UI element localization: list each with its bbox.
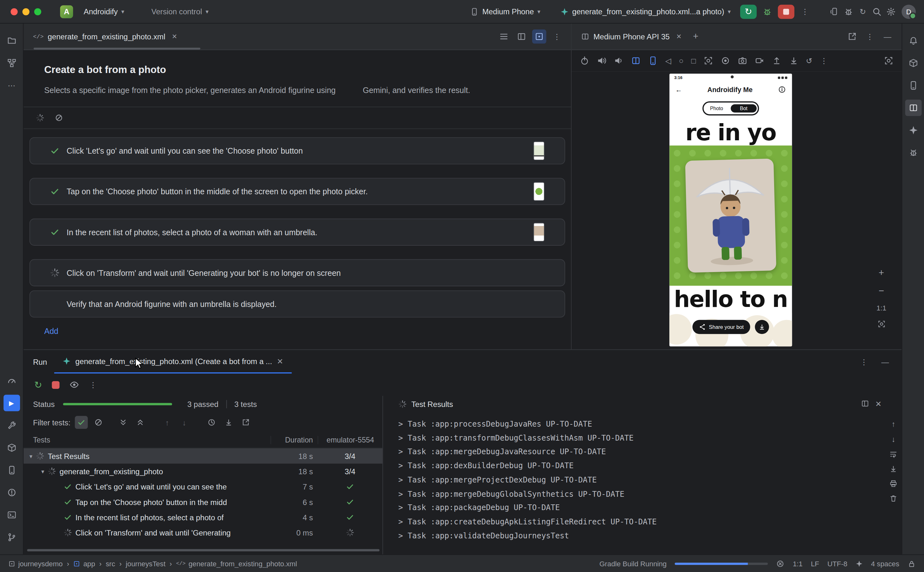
gradle-icon[interactable] <box>905 55 921 72</box>
code-view-icon[interactable] <box>497 30 511 44</box>
close-console-icon[interactable]: ✕ <box>875 399 882 408</box>
open-in-window-icon[interactable] <box>845 30 859 44</box>
zoom-in-button[interactable]: + <box>879 267 884 278</box>
step-thumbnail[interactable] <box>534 182 544 201</box>
file-encoding[interactable]: UTF-8 <box>828 559 848 567</box>
rerun-tests-button[interactable]: ↻ <box>34 379 42 390</box>
running-devices-icon[interactable] <box>905 99 921 116</box>
cancel-run-icon[interactable] <box>55 113 63 122</box>
share-bot-button[interactable]: Share your bot <box>692 320 750 334</box>
project-selector[interactable]: Androidify ▾ <box>78 3 130 20</box>
device-streaming-icon[interactable] <box>828 5 842 19</box>
snapshot-restore-icon[interactable]: ↺ <box>806 56 812 65</box>
pull-file-icon[interactable] <box>789 56 799 65</box>
settings-button[interactable] <box>884 5 898 19</box>
volume-down-icon[interactable] <box>614 56 624 65</box>
fullscreen-icon[interactable] <box>884 56 893 65</box>
run-tab[interactable]: generate_from_existing_photo.xml (Create… <box>54 350 291 373</box>
table-row[interactable]: ▾ generate_from_existing_photo 18 s 3/4 <box>23 464 382 479</box>
cancel-build-icon[interactable] <box>776 559 785 567</box>
breadcrumb-journeystest[interactable]: journeysTest <box>126 559 165 567</box>
hide-panel-icon[interactable]: — <box>880 30 895 44</box>
project-tool-icon[interactable] <box>3 33 20 49</box>
run-toolbar-more-icon[interactable]: ⋮ <box>89 380 97 389</box>
caret-position[interactable]: 1:1 <box>793 559 803 567</box>
download-bot-button[interactable] <box>755 320 769 334</box>
maximize-window-button[interactable] <box>34 8 41 15</box>
indent-setting[interactable]: 4 spaces <box>871 559 899 567</box>
close-tab-icon[interactable]: ✕ <box>172 33 177 40</box>
device-manager-icon[interactable] <box>905 77 921 94</box>
minimize-window-button[interactable] <box>23 8 30 15</box>
volume-up-icon[interactable] <box>597 56 607 65</box>
gemini-icon[interactable] <box>842 5 856 19</box>
scroll-down-icon[interactable]: ↓ <box>891 435 895 444</box>
table-row[interactable]: ▾ Test Results 18 s 3/4 <box>23 448 382 463</box>
home-icon[interactable]: ○ <box>679 56 684 65</box>
editor-more-icon[interactable]: ⋮ <box>550 30 564 44</box>
show-ignored-toggle[interactable] <box>92 416 105 429</box>
run-configuration-selector[interactable]: generate_from_existing_photo.xml...a pho… <box>554 3 737 20</box>
editor-tab[interactable]: </> generate_from_existing_photo.xml ✕ <box>23 23 184 50</box>
overview-icon[interactable]: □ <box>691 56 696 65</box>
import-tests-button[interactable] <box>222 416 235 429</box>
stop-tests-button[interactable] <box>52 381 60 389</box>
previous-occurrence-button[interactable]: ↑ <box>161 416 174 429</box>
push-file-icon[interactable] <box>772 56 781 65</box>
journey-step[interactable]: Verify that an Android figurine with an … <box>30 291 565 317</box>
star-icon[interactable] <box>856 560 863 567</box>
close-window-button[interactable] <box>11 8 17 15</box>
console-output[interactable]: > Task :app:processDebugJavaRes UP-TO-DA… <box>383 412 901 543</box>
vcs-widget[interactable]: Version control ▾ <box>145 3 214 20</box>
bot-figurine-card[interactable] <box>685 159 777 273</box>
zoom-fit-button[interactable] <box>877 320 885 328</box>
horizontal-scrollbar[interactable] <box>27 549 380 551</box>
close-tab-icon[interactable]: ✕ <box>277 357 283 366</box>
sync-project-icon[interactable]: ↻ <box>856 5 870 19</box>
device-more-icon[interactable]: ⋮ <box>820 56 828 65</box>
more-actions-button[interactable]: ⋮ <box>798 5 812 19</box>
back-icon[interactable]: ◁ <box>665 56 671 65</box>
terminal-icon[interactable] <box>3 507 20 523</box>
device-panel-more-icon[interactable]: ⋮ <box>863 30 877 44</box>
screenshot-icon[interactable] <box>703 56 713 65</box>
chevron-down-icon[interactable]: ▾ <box>41 468 44 474</box>
journey-step[interactable]: Click 'Let's go' and wait until you can … <box>30 137 565 164</box>
camera-icon[interactable] <box>737 56 747 65</box>
info-icon[interactable] <box>778 85 786 93</box>
problems-icon[interactable] <box>3 484 20 501</box>
scroll-up-icon[interactable]: ↑ <box>891 419 895 428</box>
debug-button[interactable] <box>760 5 775 19</box>
version-control-icon[interactable] <box>3 529 20 546</box>
zoom-out-button[interactable]: − <box>879 286 884 296</box>
run-panel-more-icon[interactable]: ⋮ <box>857 354 871 369</box>
test-history-button[interactable] <box>205 416 218 429</box>
toggle-photo[interactable]: Photo <box>704 106 730 112</box>
toggle-bot[interactable]: Bot <box>731 104 757 112</box>
export-tests-button[interactable] <box>239 416 252 429</box>
soft-wrap-icon[interactable] <box>890 450 898 459</box>
run-tool-icon[interactable]: ▶ <box>3 395 20 411</box>
packages-icon[interactable] <box>3 440 20 456</box>
photo-bot-toggle[interactable]: Photo Bot <box>702 101 759 115</box>
fold-icon[interactable] <box>631 56 641 65</box>
clear-all-icon[interactable] <box>890 494 898 502</box>
step-thumbnail[interactable] <box>534 141 544 160</box>
watch-options-icon[interactable] <box>70 380 79 390</box>
emulator-screen[interactable]: 3:16 ← Androidify Me P <box>669 74 792 346</box>
back-arrow-icon[interactable]: ← <box>675 86 682 93</box>
more-tool-windows-icon[interactable]: ⋯ <box>3 77 20 94</box>
build-icon[interactable] <box>3 417 20 434</box>
scroll-to-end-icon[interactable] <box>890 465 898 473</box>
structure-icon[interactable] <box>3 55 20 72</box>
device-tab[interactable]: Medium Phone API 35 ✕ <box>572 23 689 50</box>
rerun-button[interactable]: ↻ <box>740 5 757 19</box>
journey-step[interactable]: Tap on the 'Choose photo' button in the … <box>30 178 565 205</box>
breadcrumb-src[interactable]: src <box>106 559 115 567</box>
collapse-all-button[interactable] <box>134 416 147 429</box>
device-selector[interactable]: Medium Phone ▾ <box>465 3 546 20</box>
design-view-icon[interactable] <box>532 30 546 44</box>
expand-all-button[interactable] <box>117 416 129 429</box>
next-occurrence-button[interactable]: ↓ <box>178 416 191 429</box>
hide-panel-icon[interactable]: — <box>878 354 892 369</box>
